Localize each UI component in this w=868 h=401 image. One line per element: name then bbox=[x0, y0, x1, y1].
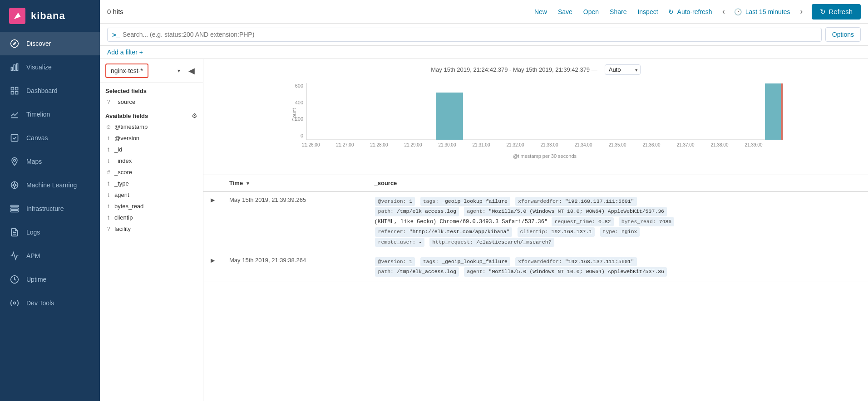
field-name-facility: facility bbox=[114, 225, 131, 232]
svg-text:21:34:00: 21:34:00 bbox=[575, 142, 592, 147]
logo-area: kibana bbox=[0, 0, 100, 32]
sidebar-item-dashboard[interactable]: Dashboard bbox=[0, 79, 100, 103]
sidebar-item-logs[interactable]: Logs bbox=[0, 220, 100, 244]
sidebar-item-uptime-label: Uptime bbox=[26, 276, 46, 283]
index-dropdown[interactable]: nginx-test-*logstash-*filebeat-* bbox=[105, 64, 148, 78]
time-prev-arrow[interactable]: ‹ bbox=[722, 7, 725, 16]
devtools-icon bbox=[9, 298, 20, 308]
interval-select-wrap: Auto Second Minute Hour bbox=[605, 64, 641, 75]
field-name-agent: agent bbox=[114, 191, 129, 198]
add-filter-button[interactable]: Add a filter + bbox=[107, 49, 143, 56]
svg-text:400: 400 bbox=[295, 100, 303, 105]
clock-icon: 🕐 bbox=[734, 8, 742, 15]
sidebar-item-canvas[interactable]: Canvas bbox=[0, 126, 100, 150]
svg-text:21:28:00: 21:28:00 bbox=[370, 142, 388, 147]
svg-text:Count: Count bbox=[291, 108, 297, 121]
new-button[interactable]: New bbox=[533, 6, 548, 17]
hits-count: 0 hits bbox=[107, 8, 123, 15]
sidebar-item-infrastructure-label: Infrastructure bbox=[26, 205, 64, 212]
svg-text:21:39:00: 21:39:00 bbox=[745, 142, 763, 147]
sidebar-item-apm[interactable]: APM bbox=[0, 244, 100, 268]
bar-13 bbox=[765, 83, 783, 140]
field-item-source[interactable]: ? _source bbox=[100, 96, 203, 108]
save-button[interactable]: Save bbox=[557, 6, 573, 17]
autorefresh-button[interactable]: Auto-refresh bbox=[676, 6, 713, 17]
refresh-button[interactable]: ↻ Refresh bbox=[812, 4, 861, 20]
table-col-time[interactable]: Time ▾ bbox=[222, 175, 367, 191]
svg-point-12 bbox=[14, 184, 16, 186]
field-facility[interactable]: ? facility bbox=[100, 223, 203, 235]
field-id[interactable]: t _id bbox=[100, 144, 203, 155]
field-name-timestamp: @timestamp bbox=[114, 123, 148, 130]
field-name-clientip: clientip bbox=[114, 214, 133, 221]
svg-rect-8 bbox=[11, 92, 14, 94]
share-button[interactable]: Share bbox=[609, 6, 627, 17]
logs-icon bbox=[9, 227, 20, 238]
table-cell-source-1: @version: 1 tags: _geoip_lookup_failure … bbox=[367, 191, 868, 252]
chart-container: May 15th 2019, 21:24:42.379 - May 15th 2… bbox=[203, 59, 868, 175]
table-col-expand bbox=[203, 175, 222, 191]
time-range-button[interactable]: Last 15 minutes bbox=[745, 6, 791, 17]
sidebar-item-devtools[interactable]: Dev Tools bbox=[0, 291, 100, 315]
svg-point-11 bbox=[14, 159, 15, 161]
field-score[interactable]: # _score bbox=[100, 166, 203, 178]
left-panel: nginx-test-*logstash-*filebeat-* ◀ Selec… bbox=[100, 59, 203, 401]
field-clientip[interactable]: t clientip bbox=[100, 212, 203, 223]
source-tag-type: type: nginx bbox=[600, 227, 640, 236]
source-tag: bytes_read: 7486 bbox=[619, 217, 674, 226]
options-button[interactable]: Options bbox=[825, 27, 861, 42]
interval-select[interactable]: Auto Second Minute Hour bbox=[605, 64, 641, 75]
kibana-logo-text: kibana bbox=[31, 10, 65, 22]
table-row: ▶ May 15th 2019, 21:39:39.265 @version: … bbox=[203, 191, 868, 252]
index-back-button[interactable]: ◀ bbox=[186, 64, 197, 78]
svg-text:600: 600 bbox=[295, 83, 303, 88]
sidebar-item-discover[interactable]: Discover bbox=[0, 32, 100, 55]
svg-text:@timestamp per 30 seconds: @timestamp per 30 seconds bbox=[513, 153, 577, 159]
expand-row-1-button[interactable]: ▶ bbox=[211, 197, 215, 203]
uptime-icon bbox=[9, 274, 20, 285]
right-panel: May 15th 2019, 21:24:42.379 - May 15th 2… bbox=[203, 59, 868, 401]
source-tag: tags: _geoip_lookup_failure bbox=[420, 197, 510, 206]
sidebar-item-uptime[interactable]: Uptime bbox=[0, 268, 100, 291]
svg-text:21:27:00: 21:27:00 bbox=[336, 142, 354, 147]
field-agent[interactable]: t agent bbox=[100, 189, 203, 200]
field-type-bytes-read: t bbox=[105, 203, 112, 210]
canvas-icon bbox=[9, 132, 20, 143]
field-type-timestamp: ⊙ bbox=[105, 124, 112, 130]
time-next-arrow[interactable]: › bbox=[800, 7, 803, 16]
field-index[interactable]: t _index bbox=[100, 155, 203, 166]
source-tag: agent: "Mozilla/5.0 (Windows NT 10.0; WO… bbox=[464, 207, 667, 216]
field-type-field[interactable]: t _type bbox=[100, 178, 203, 189]
svg-text:21:31:00: 21:31:00 bbox=[473, 142, 490, 147]
field-name-source: _source bbox=[114, 98, 135, 105]
svg-rect-4 bbox=[16, 64, 18, 71]
search-input[interactable] bbox=[123, 31, 817, 38]
field-type-score: # bbox=[105, 169, 112, 176]
sidebar-item-infrastructure[interactable]: Infrastructure bbox=[0, 197, 100, 220]
available-fields-gear-button[interactable]: ⚙ bbox=[192, 112, 197, 119]
sidebar-item-visualize-label: Visualize bbox=[26, 64, 52, 71]
field-bytes-read[interactable]: t bytes_read bbox=[100, 200, 203, 212]
svg-rect-10 bbox=[11, 135, 18, 142]
sidebar-item-visualize[interactable]: Visualize bbox=[0, 55, 100, 79]
sidebar-item-machine-learning[interactable]: Machine Learning bbox=[0, 173, 100, 197]
sidebar-item-maps[interactable]: Maps bbox=[0, 150, 100, 173]
svg-rect-19 bbox=[11, 208, 19, 209]
topbar-actions: New Save Open Share Inspect ↻ Auto-refre… bbox=[533, 4, 861, 20]
svg-text:21:26:00: 21:26:00 bbox=[302, 142, 320, 147]
sidebar-item-timelion[interactable]: Timelion bbox=[0, 103, 100, 126]
field-version[interactable]: t @version bbox=[100, 132, 203, 144]
open-button[interactable]: Open bbox=[582, 6, 600, 17]
table-cell-time-1: May 15th 2019, 21:39:39.265 bbox=[222, 191, 367, 252]
expand-row-2-button[interactable]: ▶ bbox=[211, 257, 215, 264]
svg-text:21:36:00: 21:36:00 bbox=[643, 142, 661, 147]
svg-text:21:30:00: 21:30:00 bbox=[439, 142, 456, 147]
svg-rect-3 bbox=[14, 65, 15, 71]
svg-rect-5 bbox=[11, 88, 14, 90]
source-tag: @version: 1 bbox=[375, 197, 415, 206]
available-fields-section: Available fields ⚙ bbox=[100, 108, 203, 121]
table-header-row: Time ▾ _source bbox=[203, 175, 868, 191]
inspect-button[interactable]: Inspect bbox=[636, 6, 659, 17]
source-tag: path: /tmp/elk_access.log bbox=[375, 267, 459, 276]
field-timestamp[interactable]: ⊙ @timestamp bbox=[100, 121, 203, 132]
